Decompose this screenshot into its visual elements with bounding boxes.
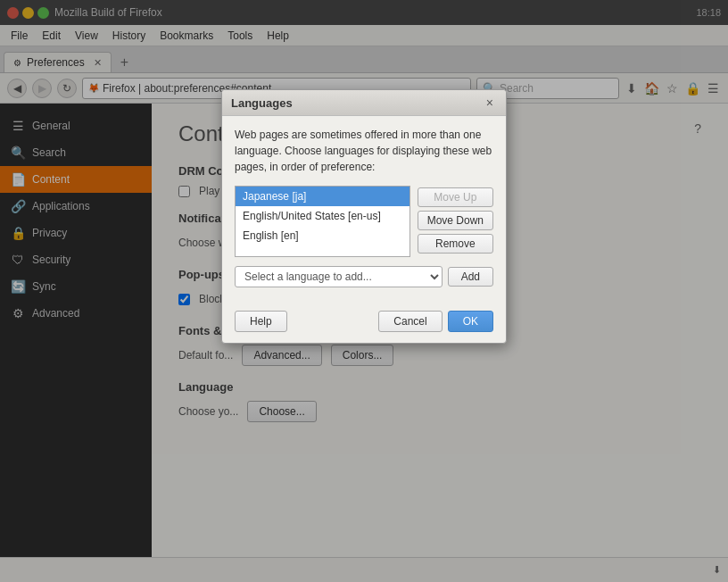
move-down-btn[interactable]: Move Down	[418, 211, 493, 230]
dialog-close-btn[interactable]: ×	[483, 96, 497, 110]
language-list-container: Japanese [ja] English/United States [en-…	[235, 186, 493, 257]
languages-dialog: Languages × Web pages are sometimes offe…	[221, 89, 507, 344]
language-list[interactable]: Japanese [ja] English/United States [en-…	[235, 186, 410, 257]
dialog-title: Languages	[231, 96, 293, 110]
add-language-row: Select a language to add... Add	[235, 266, 493, 287]
language-action-buttons: Move Up Move Down Remove	[418, 186, 493, 257]
add-language-btn[interactable]: Add	[448, 267, 493, 287]
lang-item-1[interactable]: English/United States [en-us]	[236, 206, 410, 226]
move-up-btn[interactable]: Move Up	[418, 187, 493, 207]
dialog-body: Web pages are sometimes offered in more …	[222, 116, 506, 311]
cancel-btn[interactable]: Cancel	[378, 311, 442, 332]
modal-overlay: Languages × Web pages are sometimes offe…	[0, 0, 728, 582]
remove-btn[interactable]: Remove	[418, 234, 493, 254]
ok-btn[interactable]: OK	[448, 311, 493, 332]
add-language-select[interactable]: Select a language to add...	[235, 266, 443, 287]
dialog-description: Web pages are sometimes offered in more …	[235, 127, 493, 175]
lang-item-2[interactable]: English [en]	[236, 226, 410, 245]
lang-item-0[interactable]: Japanese [ja]	[236, 187, 410, 206]
dialog-title-bar: Languages ×	[222, 90, 506, 116]
help-btn[interactable]: Help	[235, 311, 287, 332]
dialog-footer: Help Cancel OK	[222, 311, 506, 343]
